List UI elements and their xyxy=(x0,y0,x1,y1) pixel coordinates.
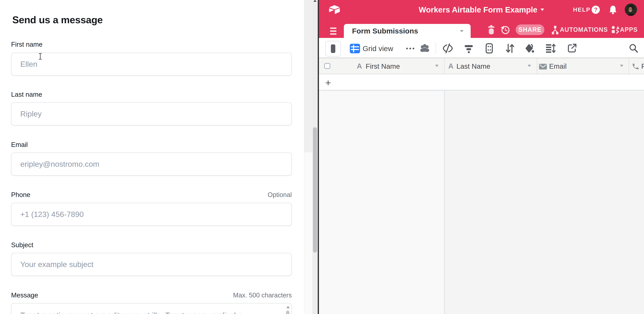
column-header-last-name[interactable]: Last Name xyxy=(456,62,490,70)
apps-button[interactable]: APPS xyxy=(620,25,638,35)
table-tab-label: Form Submissions xyxy=(352,27,418,35)
trash-icon[interactable] xyxy=(487,25,496,35)
table-tab-caret-icon xyxy=(460,30,464,32)
grid-view-icon xyxy=(350,43,360,54)
phone-label: Phone xyxy=(11,191,30,198)
subject-label-row: Subject xyxy=(11,241,292,249)
scrollbar-thumb[interactable] xyxy=(313,127,317,252)
page-margin-strip-lower xyxy=(304,152,312,314)
first-name-label-row: First name xyxy=(11,41,292,48)
group-icon[interactable] xyxy=(484,43,495,54)
last-name-label-row: Last name xyxy=(11,91,292,98)
hide-fields-icon[interactable] xyxy=(442,43,453,54)
message-text: Tenetur optio quaerat expedita vero et i… xyxy=(20,311,273,314)
sort-icon[interactable] xyxy=(504,43,515,54)
phone-field-type-icon xyxy=(632,63,639,70)
window-divider xyxy=(318,0,319,314)
text-field-type-icon: A xyxy=(357,62,362,70)
subject-label: Subject xyxy=(11,241,33,249)
grid-body-primary-area xyxy=(319,91,444,314)
column-menu-caret-icon[interactable] xyxy=(528,65,531,67)
toolbar-divider xyxy=(436,43,436,54)
collaborators-icon[interactable] xyxy=(419,43,430,54)
text-field-type-icon: A xyxy=(448,62,454,70)
page-title: Send us a message xyxy=(12,14,103,26)
automations-icon[interactable] xyxy=(551,25,559,35)
column-header-first-name[interactable]: First Name xyxy=(366,62,400,70)
add-record-plus-icon[interactable]: + xyxy=(325,77,331,88)
base-title[interactable]: Workers Airtable Form Example xyxy=(419,5,537,14)
help-button[interactable]: HELP xyxy=(573,0,590,19)
add-record-row[interactable]: + xyxy=(319,75,644,91)
select-all-checkbox[interactable] xyxy=(324,63,330,69)
share-button[interactable]: SHARE xyxy=(516,25,544,35)
first-name-input[interactable] xyxy=(11,53,292,76)
message-label-row: Message Max. 500 characters xyxy=(11,291,292,299)
message-label: Message xyxy=(11,291,38,299)
last-name-input[interactable] xyxy=(11,102,292,125)
last-name-label: Last name xyxy=(11,91,42,98)
column-header-email[interactable]: Email xyxy=(549,62,567,70)
notifications-bell-icon[interactable] xyxy=(609,5,617,14)
view-options-ellipsis-icon[interactable] xyxy=(404,43,416,54)
airtable-app-bar: Workers Airtable Form Example HELP ? xyxy=(319,0,644,19)
email-field-type-icon xyxy=(539,64,547,70)
history-icon[interactable] xyxy=(500,25,510,35)
row-height-icon[interactable] xyxy=(545,43,556,54)
message-textarea[interactable]: Tenetur optio quaerat expedita vero et i… xyxy=(11,303,292,314)
page-margin-strip xyxy=(304,0,312,152)
sidebar-panel-icon xyxy=(331,45,335,53)
first-name-label: First name xyxy=(11,41,42,48)
help-question-icon[interactable]: ? xyxy=(592,6,600,14)
apps-icon[interactable] xyxy=(611,25,620,34)
search-icon[interactable] xyxy=(628,43,639,54)
view-name-button[interactable]: Grid view xyxy=(362,43,393,54)
airtable-window: Workers Airtable Form Example HELP ? xyxy=(319,0,644,314)
email-input[interactable] xyxy=(11,153,292,176)
frozen-column-divider[interactable] xyxy=(444,91,445,314)
message-scrollbar[interactable] xyxy=(285,305,290,314)
message-max-hint: Max. 500 characters xyxy=(233,292,292,299)
filter-icon[interactable] xyxy=(463,43,474,54)
automations-button[interactable]: AUTOMATIONS xyxy=(560,25,608,35)
subject-input[interactable] xyxy=(11,253,292,276)
column-menu-caret-icon[interactable] xyxy=(620,65,623,67)
color-icon[interactable] xyxy=(524,43,535,54)
message-scroll-thumb[interactable] xyxy=(286,310,290,314)
scrollbar-up-icon[interactable] xyxy=(314,0,316,2)
base-title-caret-icon xyxy=(540,9,544,11)
phone-input[interactable] xyxy=(11,203,292,226)
grid-body-area xyxy=(444,91,644,314)
view-sidebar-toggle-button[interactable] xyxy=(325,41,341,57)
email-label-row: Email xyxy=(11,141,292,148)
grid-header-row: A First Name A Last Name Email Phone xyxy=(319,58,644,74)
contact-form-panel: Send us a message First name Last name E… xyxy=(0,0,304,314)
share-view-icon[interactable] xyxy=(566,43,577,54)
text-cursor-icon xyxy=(37,53,43,60)
menu-icon[interactable] xyxy=(330,28,336,35)
view-toolbar: Grid view xyxy=(319,38,644,58)
column-header-phone[interactable]: Phone xyxy=(641,62,644,70)
table-tab-form-submissions[interactable]: Form Submissions xyxy=(344,24,471,38)
screen: Send us a message First name Last name E… xyxy=(0,0,644,314)
phone-optional-hint: Optional xyxy=(268,191,292,198)
column-menu-caret-icon[interactable] xyxy=(435,65,438,67)
email-label: Email xyxy=(11,141,28,148)
scroll-up-icon[interactable] xyxy=(286,306,290,308)
browser-scrollbar[interactable] xyxy=(312,0,318,314)
phone-label-row: Phone Optional xyxy=(11,191,292,198)
user-avatar[interactable] xyxy=(625,4,637,16)
